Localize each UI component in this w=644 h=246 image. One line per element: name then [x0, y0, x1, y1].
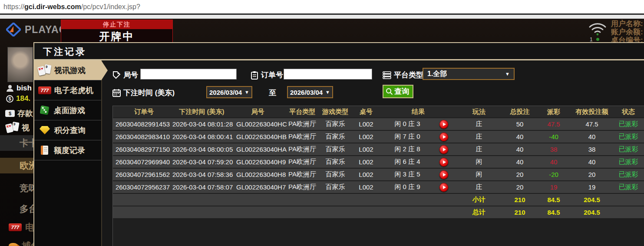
replay-button[interactable]	[439, 183, 448, 192]
platform-field-label: 平台类型	[383, 70, 423, 80]
header-result: 结果	[382, 108, 455, 116]
cell-time: 2026-03-04 07:59:20	[172, 158, 231, 166]
menu-item-quota[interactable]: 额度记录	[34, 140, 101, 160]
username-label: 用户名称:	[611, 20, 643, 28]
fish-icon	[9, 243, 18, 246]
cell-payout: -40	[536, 133, 571, 140]
calendar-icon	[112, 89, 121, 97]
platform-type-select[interactable]: 1.全部 ▼	[423, 68, 515, 80]
cell-game: 百家乐	[320, 145, 350, 153]
menu-item-slots[interactable]: 777 电子老虎机	[34, 80, 101, 100]
cell-time: 2026-03-04 07:58:36	[172, 171, 231, 178]
cell-platform: PA欧洲厅	[284, 183, 320, 191]
cell-order: 260304072956237	[113, 183, 172, 191]
cell-result: 闲 0 庄 9	[382, 183, 433, 191]
cell-result: 闲 3 庄 5	[382, 170, 433, 179]
header-payout: 派彩	[536, 108, 571, 116]
table-games-icon	[40, 106, 50, 115]
cell-table: L002	[350, 183, 382, 191]
cell-game: 百家乐	[320, 158, 350, 166]
replay-button[interactable]	[439, 133, 448, 141]
date-from-select[interactable]: 2026/03/04 ▼	[206, 86, 252, 98]
table-body: 260304082991453 2026-03-04 08:01:28 GL00…	[113, 118, 644, 193]
replay-button[interactable]	[439, 145, 448, 154]
account-info-labels: 用户名称: 账户余额: 桌台编号:	[611, 20, 643, 44]
deposit-row[interactable]: $ 存款	[5, 108, 33, 119]
total-valid: 204.5	[571, 209, 613, 216]
header-order: 订单号	[113, 108, 172, 116]
records-table: 订单号 下注时间 (美东) 局号 平台类型 游戏类型 桌号 结果 玩法 总投注 …	[112, 106, 644, 246]
cell-result: 闲 7 庄 0	[382, 133, 433, 141]
modal-title: 下注记录	[34, 43, 644, 60]
cell-platform: PA欧洲厅	[284, 170, 320, 179]
stream-1-label: 1	[590, 37, 593, 43]
menu-item-video-games[interactable]: 9 K♥ 视讯游戏	[34, 60, 101, 80]
cell-valid: 20	[571, 171, 613, 178]
replay-button[interactable]	[439, 120, 448, 129]
replay-button[interactable]	[439, 170, 448, 179]
subtotal-bet: 210	[503, 196, 536, 203]
stream-1-dot	[596, 38, 599, 41]
cell-valid: 19	[571, 183, 613, 191]
menu-label: 额度记录	[54, 145, 85, 156]
cell-table: L002	[350, 133, 382, 140]
cell-playtype: 庄	[455, 133, 503, 141]
user-balance-row: $ 184.	[6, 94, 30, 103]
cell-valid: 40	[571, 133, 613, 140]
cell-platform: PA欧洲厅	[284, 158, 320, 166]
header-time: 下注时间 (美东)	[172, 108, 231, 116]
cell-game: 百家乐	[320, 120, 350, 128]
cell-round: GL002263040HA	[231, 146, 284, 153]
browser-address-bar[interactable]: https://gci.dir-webs.com/pc/pcv1/index.j…	[0, 0, 644, 13]
cell-result: 闲 0 庄 3	[382, 120, 433, 128]
cell-platform: PA欧洲厅	[284, 145, 320, 153]
cell-round: GL002263040H7	[231, 183, 284, 191]
cell-time: 2026-03-04 08:00:41	[172, 133, 231, 140]
cell-bet: 50	[503, 120, 536, 128]
cell-round: GL002263040H9	[231, 158, 284, 166]
replay-button[interactable]	[439, 158, 448, 166]
total-row: 总计 210 84.5 204.5	[113, 206, 644, 218]
date-to-select[interactable]: 2026/03/04 ▼	[287, 86, 333, 98]
chevron-down-icon: ▼	[505, 71, 510, 76]
table-row: 260304072961562 2026-03-04 07:58:36 GL00…	[113, 169, 644, 180]
cell-order: 260304072961562	[113, 171, 172, 178]
dealing-status: 开牌中	[61, 29, 172, 44]
balance-label: 账户余额:	[611, 28, 643, 36]
slot-777-icon: 777	[9, 223, 22, 231]
cell-round: GL002263040H8	[231, 171, 284, 178]
cell-status: 已派彩	[613, 170, 644, 179]
cell-game: 百家乐	[320, 183, 350, 191]
cell-table: L002	[350, 171, 382, 178]
total-payout: 84.5	[536, 209, 571, 216]
cell-table: L002	[350, 120, 382, 128]
cell-order: 260304082977150	[113, 146, 172, 153]
cell-payout: -20	[536, 171, 571, 178]
header-valid: 有效投注额	[571, 108, 613, 116]
cell-time: 2026-03-04 07:58:07	[172, 183, 231, 191]
search-button[interactable]: 查询	[383, 85, 413, 98]
cell-platform: PA欧洲厅	[284, 120, 320, 128]
order-number-input[interactable]	[284, 69, 372, 80]
tag-icon	[112, 71, 121, 79]
header-playtype: 玩法	[455, 108, 503, 116]
cell-table: L002	[350, 146, 382, 153]
betting-stopped-banner: 停止下注	[61, 20, 172, 29]
round-number-input[interactable]	[140, 69, 237, 80]
table-row: 260304072956237 2026-03-04 07:58:07 GL00…	[113, 181, 644, 193]
menu-item-points[interactable]: 积分查询	[34, 120, 101, 140]
cell-time: 2026-03-04 08:01:28	[172, 120, 231, 128]
cell-platform: PA欧洲厅	[284, 133, 320, 141]
cell-valid: 47.5	[571, 120, 613, 128]
header-table: 桌号	[350, 108, 382, 116]
cell-bet: 40	[503, 158, 536, 166]
menu-item-table-games[interactable]: 桌面游戏	[34, 100, 101, 120]
subtotal-valid: 204.5	[571, 196, 613, 203]
video-games-row[interactable]: 9 K♥ 视	[6, 122, 30, 133]
playace-logo-icon	[6, 23, 21, 37]
cards-icon: 9 K♥	[6, 122, 19, 133]
cell-game: 百家乐	[320, 170, 350, 179]
chevron-down-icon: ▼	[244, 90, 249, 95]
platform-list-icon	[383, 71, 391, 79]
cell-status: 已派彩	[613, 120, 644, 128]
